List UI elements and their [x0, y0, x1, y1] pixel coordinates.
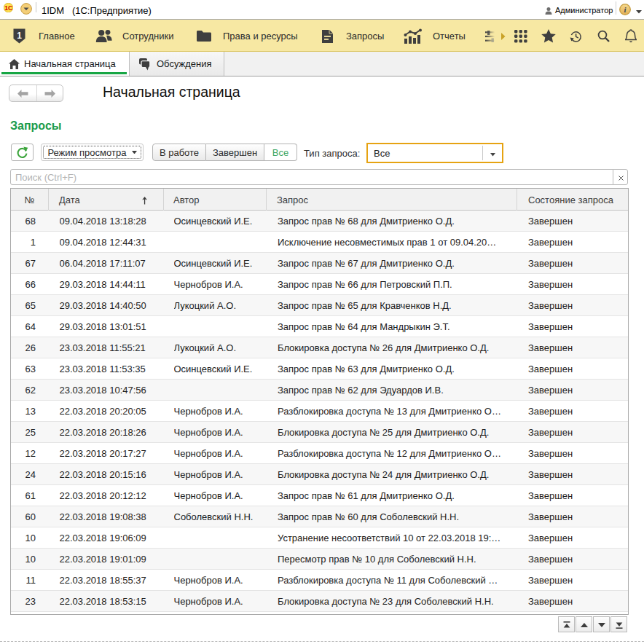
- svg-text:1С: 1С: [4, 4, 12, 12]
- svg-text:1: 1: [17, 31, 22, 41]
